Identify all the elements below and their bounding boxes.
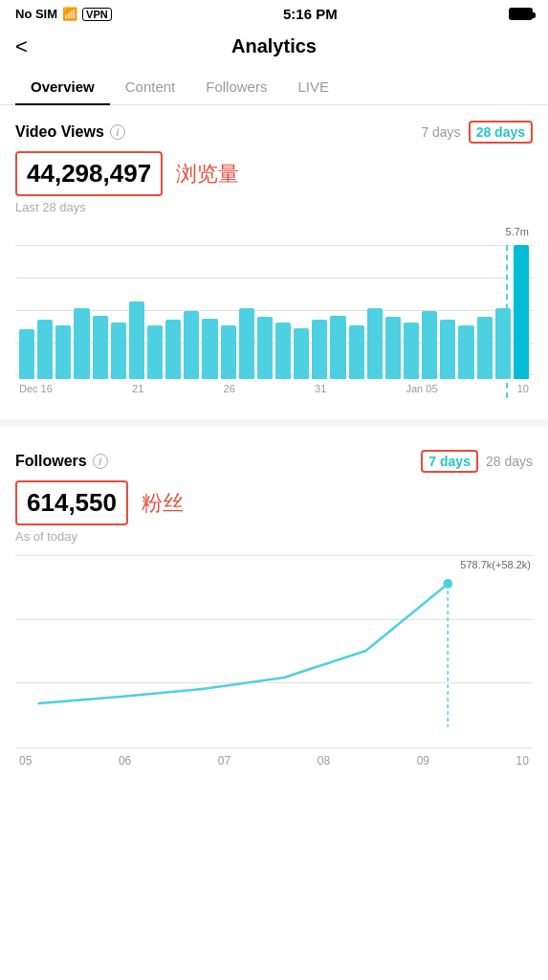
bar-item: [367, 308, 383, 379]
bar-chart: [19, 226, 529, 379]
followers-info-icon[interactable]: i: [93, 454, 108, 469]
video-views-period-btns: 7 days 28 days: [421, 121, 533, 144]
followers-section: Followers i 7 days 28 days 614,550 粉丝 As…: [0, 434, 548, 785]
bar-item: [37, 320, 53, 379]
status-right: [509, 8, 533, 20]
bar-item: [165, 320, 181, 379]
bar-item: [294, 328, 309, 379]
bar-item: [440, 320, 455, 379]
video-views-header: Video Views i 7 days 28 days: [15, 121, 533, 144]
battery-icon: [509, 8, 533, 20]
followers-number-row: 614,550 粉丝: [15, 480, 533, 525]
video-views-title: Video Views i: [15, 123, 125, 141]
bar-item: [312, 320, 327, 379]
bar-item: [74, 308, 89, 379]
followers-28days-btn[interactable]: 28 days: [486, 454, 533, 469]
bar-item: [330, 316, 345, 379]
line-chart: [19, 555, 529, 746]
bar-item: [129, 301, 144, 379]
followers-chart: 578.7k(+58.2k) 05 06 07 08 09 10: [15, 555, 533, 771]
bar-item: [221, 325, 236, 379]
bar-item: [19, 329, 34, 379]
bar-item: [275, 323, 291, 379]
vpn-badge: VPN: [82, 8, 112, 21]
bar-item: [147, 325, 163, 379]
video-views-chart: 5.7m Dec 16 21 26 31 Jan 05 10: [15, 226, 533, 398]
video-views-number-box: 44,298,497: [15, 151, 163, 196]
bar-item: [202, 319, 217, 379]
video-views-28days-btn[interactable]: 28 days: [469, 121, 533, 144]
video-views-number: 44,298,497: [27, 159, 151, 188]
tab-overview[interactable]: Overview: [15, 69, 110, 104]
video-views-7days-btn[interactable]: 7 days: [421, 124, 460, 140]
no-sim-label: No SIM: [15, 7, 57, 21]
tab-content[interactable]: Content: [110, 69, 191, 104]
bar-item: [349, 325, 364, 379]
tab-followers[interactable]: Followers: [190, 69, 282, 104]
bar-item: [495, 308, 511, 379]
bar-item: [422, 311, 437, 379]
bar-item: [385, 317, 401, 379]
page-title: Analytics: [231, 35, 317, 57]
bar-item: [93, 316, 108, 379]
bar-item: [239, 308, 254, 379]
followers-chinese-label: 粉丝: [142, 489, 184, 518]
status-bar: No SIM 📶 VPN 5:16 PM: [0, 0, 548, 28]
followers-sub-label: As of today: [15, 529, 533, 544]
video-views-section: Video Views i 7 days 28 days 44,298,497 …: [0, 105, 548, 412]
followers-number-box: 614,550: [15, 480, 128, 525]
followers-period-btns: 7 days 28 days: [421, 450, 533, 473]
tab-live[interactable]: LIVE: [282, 69, 344, 104]
header: < Analytics: [0, 28, 548, 69]
line-chart-labels: 05 06 07 08 09 10: [19, 750, 529, 771]
wifi-icon: 📶: [62, 7, 77, 21]
video-views-number-row: 44,298,497 浏览量: [15, 151, 533, 196]
bar-item: [404, 323, 419, 379]
followers-header: Followers i 7 days 28 days: [15, 450, 533, 473]
bar-chart-labels: Dec 16 21 26 31 Jan 05 10: [19, 379, 529, 398]
video-views-info-icon[interactable]: i: [110, 124, 125, 140]
bar-item: [257, 317, 273, 379]
status-left: No SIM 📶 VPN: [15, 7, 112, 21]
followers-number: 614,550: [27, 488, 117, 517]
tab-bar: Overview Content Followers LIVE: [0, 69, 548, 105]
back-button[interactable]: <: [15, 36, 28, 57]
bar-item: [55, 325, 71, 379]
svg-point-1: [443, 579, 452, 589]
bar-item: [184, 311, 199, 379]
followers-7days-btn[interactable]: 7 days: [421, 450, 478, 473]
bar-item: [477, 317, 493, 379]
followers-title: Followers i: [15, 453, 108, 470]
status-time: 5:16 PM: [283, 6, 338, 22]
bar-item: [111, 323, 126, 379]
bar-item: [514, 245, 529, 379]
video-views-sub-label: Last 28 days: [15, 200, 533, 214]
bar-item: [458, 325, 473, 379]
video-views-chinese-label: 浏览量: [176, 160, 239, 189]
section-divider: [0, 419, 548, 427]
